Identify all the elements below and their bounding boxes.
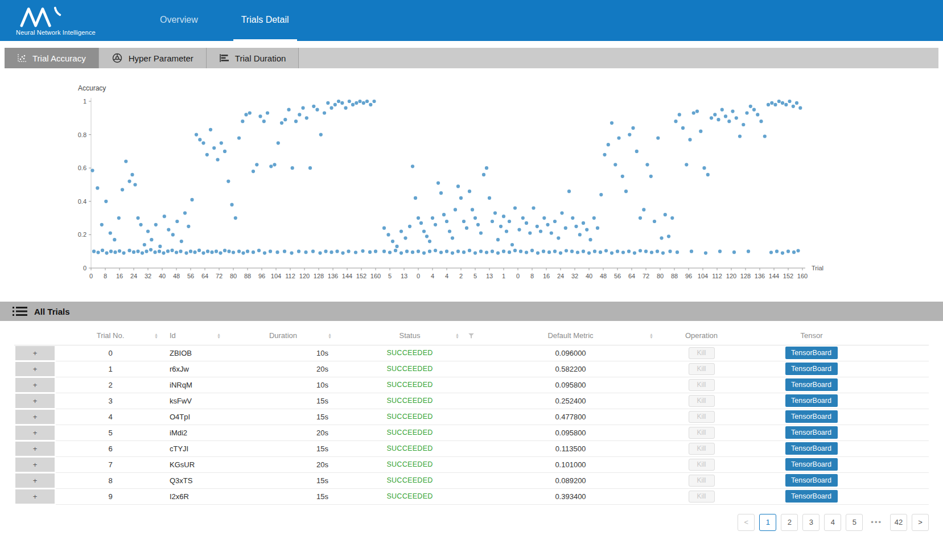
- scatter-point[interactable]: [542, 250, 545, 253]
- scatter-point[interactable]: [635, 150, 639, 153]
- scatter-point[interactable]: [324, 250, 327, 253]
- scatter-point[interactable]: [365, 100, 369, 103]
- scatter-point[interactable]: [513, 249, 517, 252]
- scatter-point[interactable]: [692, 111, 695, 114]
- scatter-point[interactable]: [510, 243, 514, 246]
- tensorboard-button[interactable]: TensorBoard: [785, 458, 838, 471]
- scatter-point[interactable]: [241, 252, 245, 255]
- expand-row-button[interactable]: +: [15, 426, 55, 440]
- scatter-point[interactable]: [681, 126, 685, 130]
- scatter-point[interactable]: [559, 252, 562, 255]
- scatter-point[interactable]: [445, 250, 448, 253]
- scatter-point[interactable]: [143, 243, 146, 246]
- scatter-point[interactable]: [215, 250, 218, 253]
- scatter-point[interactable]: [631, 126, 635, 130]
- scatter-point[interactable]: [358, 100, 361, 103]
- scatter-point[interactable]: [781, 101, 784, 105]
- tensorboard-button[interactable]: TensorBoard: [785, 347, 838, 359]
- scatter-point[interactable]: [724, 114, 727, 118]
- scatter-point[interactable]: [542, 216, 546, 220]
- scatter-point[interactable]: [770, 101, 773, 105]
- scatter-point[interactable]: [158, 250, 161, 253]
- scatter-point[interactable]: [234, 216, 237, 220]
- scatter-point[interactable]: [340, 101, 344, 105]
- scatter-point[interactable]: [149, 248, 153, 252]
- scatter-point[interactable]: [175, 220, 179, 223]
- scatter-point[interactable]: [180, 240, 183, 243]
- scatter-point[interactable]: [664, 213, 667, 216]
- scatter-point[interactable]: [248, 111, 252, 114]
- scatter-point[interactable]: [582, 250, 585, 253]
- scatter-point[interactable]: [702, 166, 706, 170]
- sort-icon[interactable]: ▲▼: [154, 332, 158, 339]
- scatter-point[interactable]: [190, 198, 193, 201]
- scatter-point[interactable]: [732, 250, 736, 254]
- scatter-point[interactable]: [417, 250, 420, 253]
- scatter-point[interactable]: [275, 250, 279, 254]
- scatter-point[interactable]: [496, 252, 500, 255]
- kill-button[interactable]: Kill: [689, 379, 715, 391]
- scatter-point[interactable]: [519, 250, 522, 253]
- scatter-point[interactable]: [676, 250, 679, 254]
- page-button-1[interactable]: 1: [759, 514, 776, 531]
- scatter-point[interactable]: [617, 136, 620, 139]
- expand-row-button[interactable]: +: [15, 458, 55, 472]
- scatter-point[interactable]: [505, 229, 508, 233]
- scatter-point[interactable]: [627, 250, 631, 253]
- scatter-point[interactable]: [227, 180, 230, 183]
- scatter-point[interactable]: [471, 208, 474, 211]
- scatter-point[interactable]: [578, 233, 582, 236]
- scatter-point[interactable]: [201, 252, 205, 255]
- tab-hyper-parameter[interactable]: Hyper Parameter: [99, 48, 207, 68]
- scatter-point[interactable]: [752, 108, 756, 112]
- scatter-point[interactable]: [92, 250, 96, 253]
- scatter-point[interactable]: [193, 250, 196, 254]
- scatter-point[interactable]: [382, 227, 386, 230]
- scatter-point[interactable]: [330, 106, 333, 110]
- scatter-point[interactable]: [767, 103, 770, 106]
- scatter-point[interactable]: [786, 250, 790, 253]
- scatter-point[interactable]: [756, 113, 759, 116]
- scatter-point[interactable]: [127, 180, 131, 183]
- scatter-point[interactable]: [727, 120, 731, 123]
- column-header-trial-no[interactable]: Trial No.▲▼: [56, 327, 165, 345]
- scatter-point[interactable]: [448, 229, 451, 233]
- scatter-point[interactable]: [166, 249, 170, 253]
- scatter-point[interactable]: [237, 136, 241, 139]
- scatter-point[interactable]: [408, 225, 411, 228]
- scatter-point[interactable]: [593, 250, 596, 253]
- scatter-point[interactable]: [209, 128, 212, 131]
- scatter-point[interactable]: [796, 249, 800, 252]
- scatter-point[interactable]: [536, 252, 540, 255]
- scatter-point[interactable]: [667, 234, 670, 238]
- kill-button[interactable]: Kill: [689, 411, 715, 423]
- scatter-point[interactable]: [175, 250, 178, 254]
- scatter-point[interactable]: [525, 250, 528, 254]
- scatter-point[interactable]: [536, 225, 539, 228]
- scatter-point[interactable]: [607, 143, 610, 146]
- scatter-point[interactable]: [454, 208, 457, 211]
- tensorboard-button[interactable]: TensorBoard: [785, 378, 838, 391]
- scatter-point[interactable]: [220, 141, 223, 145]
- scatter-point[interactable]: [244, 113, 248, 116]
- scatter-point[interactable]: [777, 100, 781, 103]
- scatter-point[interactable]: [262, 120, 266, 123]
- scatter-point[interactable]: [187, 225, 190, 228]
- page-button-4[interactable]: 4: [824, 514, 841, 531]
- scatter-point[interactable]: [695, 110, 699, 113]
- scatter-point[interactable]: [206, 250, 209, 253]
- tensorboard-button[interactable]: TensorBoard: [785, 394, 838, 407]
- scatter-point[interactable]: [297, 250, 300, 253]
- scatter-point[interactable]: [403, 236, 407, 240]
- scatter-point[interactable]: [502, 250, 505, 253]
- expand-row-button[interactable]: +: [15, 442, 55, 456]
- scatter-point[interactable]: [731, 110, 734, 113]
- scatter-point[interactable]: [258, 114, 262, 118]
- sort-icon[interactable]: ▲▼: [455, 332, 459, 339]
- scatter-point[interactable]: [660, 236, 663, 240]
- scatter-point[interactable]: [749, 105, 752, 108]
- scatter-point[interactable]: [603, 153, 606, 157]
- scatter-point[interactable]: [219, 252, 222, 255]
- scatter-point[interactable]: [508, 220, 511, 223]
- scatter-point[interactable]: [136, 250, 139, 253]
